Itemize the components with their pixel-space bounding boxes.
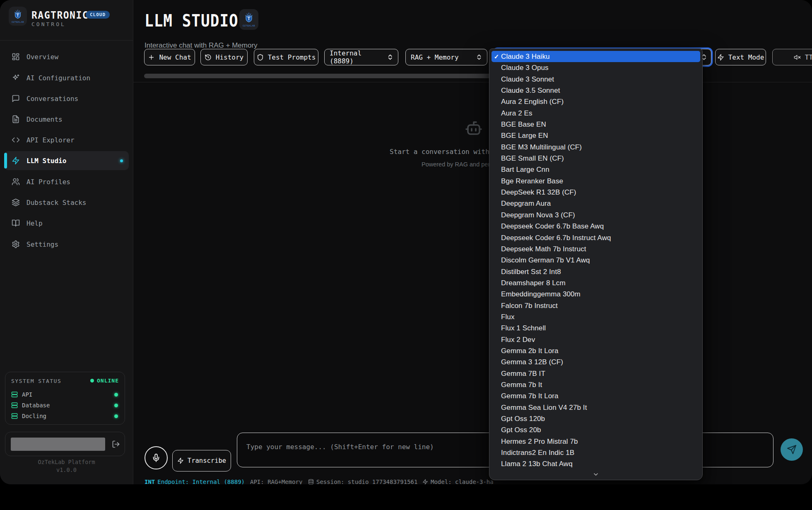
service-name: Docling xyxy=(22,413,46,419)
model-option-label: BGE Base EN xyxy=(501,120,546,128)
brand-name: RAGTRONIC xyxy=(31,9,89,21)
model-option[interactable]: ✓ Deepseek Coder 6.7b Instruct Awq xyxy=(492,232,700,243)
model-option[interactable]: ✓ Gemma 3 12B (CF) xyxy=(492,356,700,368)
plus-icon xyxy=(148,54,155,61)
title-logo-badge: OZTEKLAB xyxy=(239,9,258,30)
model-option[interactable]: ✓ BGE Base EN xyxy=(492,119,700,130)
sidebar-divider xyxy=(0,40,133,41)
text-mode-button[interactable]: Text Mode xyxy=(715,49,766,65)
model-option[interactable]: ✓ Distilbert Sst 2 Int8 xyxy=(492,266,700,277)
sidebar-item-label: Overview xyxy=(27,53,58,61)
model-option[interactable]: ✓ Gemma 7B IT xyxy=(492,368,700,379)
model-option[interactable]: ✓ Flux 2 Dev xyxy=(492,334,700,345)
model-option[interactable]: ✓ Aura 2 English (CF) xyxy=(492,96,700,107)
model-option[interactable]: ✓ Deepseek Math 7b Instruct xyxy=(492,243,700,255)
chevron-down-icon[interactable] xyxy=(489,471,702,478)
robot-icon xyxy=(463,118,484,138)
model-option[interactable]: ✓ Deepseek Coder 6.7b Base Awq xyxy=(492,221,700,232)
model-option[interactable]: ✓ Falcon 7b Instruct xyxy=(492,300,700,311)
model-option-label: Claude 3 Haiku xyxy=(501,53,550,60)
model-option[interactable]: ✓ Indictrans2 En Indic 1B xyxy=(492,447,700,458)
model-option[interactable]: ✓ Embeddinggemma 300m xyxy=(492,289,700,300)
api-mode-select[interactable]: RAG + Memory xyxy=(405,49,487,65)
model-option-label: Indictrans2 En Indic 1B xyxy=(501,449,574,457)
mic-button[interactable] xyxy=(145,446,168,469)
model-option[interactable]: ✓ Deepgram Nova 3 (CF) xyxy=(492,209,700,221)
sidebar-item-dubstack-stacks[interactable]: Dubstack Stacks xyxy=(4,193,129,212)
dashboard-icon xyxy=(12,53,20,61)
model-option-label: Gemma Sea Lion V4 27b It xyxy=(501,404,587,411)
sidebar-item-ai-profiles[interactable]: AI Profiles xyxy=(4,172,129,191)
model-option[interactable]: ✓ Claude 3 Sonnet xyxy=(492,74,700,85)
model-option[interactable]: ✓ Aura 2 Es xyxy=(492,108,700,119)
statusbar-model: Model: claude-3-ha xyxy=(422,479,494,484)
new-chat-button[interactable]: New Chat xyxy=(144,49,195,65)
model-option[interactable]: ✓ Flux 1 Schnell xyxy=(492,322,700,334)
test-prompts-label: Test Prompts xyxy=(268,53,316,61)
sidebar-item-settings[interactable]: Settings xyxy=(4,235,129,254)
model-option[interactable]: ✓ Bge Reranker Base xyxy=(492,176,700,187)
sidebar-item-overview[interactable]: Overview xyxy=(4,47,129,66)
sidebar-item-label: Conversations xyxy=(27,95,78,103)
empty-state-subtitle: Powered by RAG and pers xyxy=(422,161,493,168)
sidebar-item-llm-studio[interactable]: LLM Studio xyxy=(4,151,129,170)
model-option[interactable]: ✓ Claude 3 Haiku xyxy=(492,51,700,62)
model-option[interactable]: ✓ Llama 2 13b Chat Awq xyxy=(492,458,700,469)
transcribe-button[interactable]: Transcribe xyxy=(172,450,231,472)
model-option-label: Hermes 2 Pro Mistral 7b xyxy=(501,438,578,445)
chat-area-divider xyxy=(133,82,812,82)
model-option[interactable]: ✓ BGE Large EN xyxy=(492,130,700,141)
service-row-docling: Docling xyxy=(11,412,119,420)
send-icon xyxy=(787,445,797,455)
endpoint-select[interactable]: Internal (8889) xyxy=(324,49,398,65)
model-option[interactable]: ✓ Dreamshaper 8 Lcm xyxy=(492,277,700,289)
send-button[interactable] xyxy=(781,438,803,461)
sidebar-item-conversations[interactable]: Conversations xyxy=(4,89,129,108)
check-icon: ✓ xyxy=(493,51,500,62)
online-dot xyxy=(90,379,94,382)
model-option-label: Deepgram Aura xyxy=(501,200,551,207)
tts-button[interactable]: TT xyxy=(772,49,812,65)
sidebar-item-help[interactable]: Help xyxy=(4,214,129,233)
logo-subtext: OZTEKLAB xyxy=(243,24,255,27)
service-status-dot xyxy=(114,393,118,397)
model-option[interactable]: ✓ Bart Large Cnn xyxy=(492,164,700,175)
model-option-label: DeepSeek R1 32B (CF) xyxy=(501,188,576,196)
model-option-label: Gemma 2b It Lora xyxy=(501,347,559,355)
model-option[interactable]: ✓ Gemma 7b It xyxy=(492,379,700,390)
history-button[interactable]: History xyxy=(200,49,248,65)
model-option[interactable]: ✓ Gemma Sea Lion V4 27b It xyxy=(492,402,700,413)
active-dot xyxy=(120,159,123,162)
model-option[interactable]: ✓ Flux xyxy=(492,311,700,322)
chat-bubble-icon xyxy=(12,94,20,103)
sidebar-item-documents[interactable]: Documents xyxy=(4,110,129,129)
model-option[interactable]: ✓ Gemma 2b It Lora xyxy=(492,345,700,356)
model-option[interactable]: ✓ Discolm German 7b V1 Awq xyxy=(492,255,700,266)
book-icon xyxy=(12,219,20,227)
model-option-label: Bart Large Cnn xyxy=(501,166,549,173)
new-chat-label: New Chat xyxy=(159,53,191,61)
status-online-badge: ONLINE xyxy=(90,378,119,384)
model-option[interactable]: ✓ BGE Small EN (CF) xyxy=(492,153,700,164)
model-option[interactable]: ✓ Gpt Oss 20b xyxy=(492,424,700,435)
model-option-label: Flux 2 Dev xyxy=(501,336,535,344)
system-status-title: SYSTEM STATUS xyxy=(11,378,61,384)
model-option[interactable]: ✓ Claude 3 Opus xyxy=(492,62,700,73)
model-option-label: Claude 3 Opus xyxy=(501,64,549,72)
model-option[interactable]: ✓ Deepgram Aura xyxy=(492,198,700,209)
model-option[interactable]: ✓ DeepSeek R1 32B (CF) xyxy=(492,187,700,198)
model-option-label: Flux 1 Schnell xyxy=(501,324,546,332)
zap-icon xyxy=(422,479,428,484)
sidebar-item-api-explorer[interactable]: API Explorer xyxy=(4,130,129,149)
model-option-label: BGE Small EN (CF) xyxy=(501,154,564,162)
model-option[interactable]: ✓ Gpt Oss 120b xyxy=(492,413,700,424)
model-option[interactable]: ✓ Gemma 7b It Lora xyxy=(492,390,700,402)
layers-icon xyxy=(12,198,20,207)
model-option[interactable]: ✓ Hermes 2 Pro Mistral 7b xyxy=(492,436,700,447)
sidebar-item-ai-configuration[interactable]: AI Configuration xyxy=(4,68,129,87)
model-option[interactable]: ✓ BGE M3 Multilingual (CF) xyxy=(492,142,700,153)
model-option[interactable]: ✓ Claude 3.5 Sonnet xyxy=(492,85,700,96)
brand-logo: OZTEKLAB xyxy=(9,7,27,26)
logout-icon[interactable] xyxy=(112,440,120,448)
test-prompts-button[interactable]: Test Prompts xyxy=(254,49,318,65)
